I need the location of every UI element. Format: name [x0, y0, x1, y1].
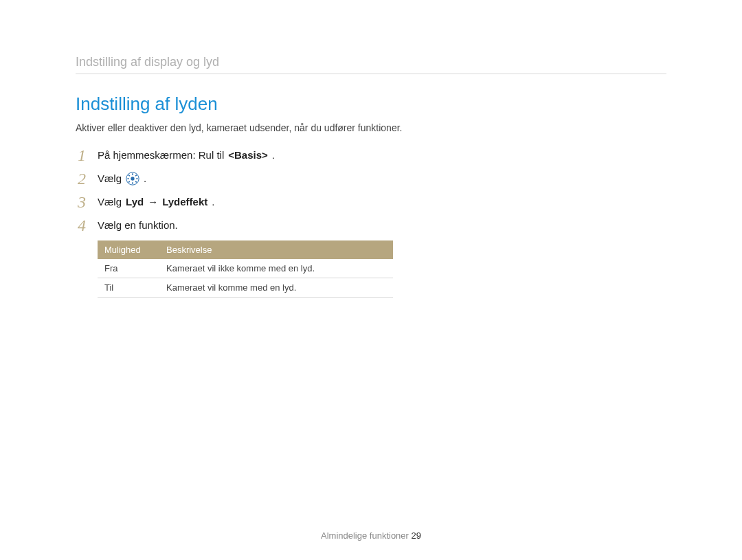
- page-number: 29: [412, 530, 421, 541]
- col-header-option: Mulighed: [98, 240, 159, 259]
- text: .: [144, 172, 146, 184]
- option-cell: Til: [98, 278, 159, 297]
- divider: [76, 74, 666, 74]
- table-row: Til Kameraet vil komme med en lyd.: [98, 278, 393, 297]
- text: Vælg: [98, 172, 122, 184]
- svg-rect-5: [136, 178, 138, 179]
- text: .: [212, 196, 214, 208]
- svg-rect-7: [135, 175, 137, 177]
- description-cell: Kameraet vil ikke komme med en lyd.: [159, 259, 393, 278]
- svg-rect-9: [135, 181, 137, 183]
- step-number: 3: [76, 194, 88, 210]
- table-header-row: Mulighed Beskrivelse: [98, 240, 393, 259]
- breadcrumb: Indstilling af display og lyd: [76, 55, 666, 69]
- svg-rect-2: [132, 173, 133, 175]
- page-footer: Almindelige funktioner 29: [0, 530, 742, 541]
- step-2: 2 Vælg: [76, 170, 405, 187]
- step-text: Vælg: [98, 172, 146, 186]
- text: Vælg: [98, 196, 122, 208]
- step-1: 1 På hjemmeskærmen: Rul til <Basis>.: [76, 147, 405, 164]
- step-number: 2: [76, 170, 88, 187]
- step-list: 1 På hjemmeskærmen: Rul til <Basis>. 2 V…: [76, 147, 405, 298]
- step-number: 1: [76, 147, 88, 164]
- settings-gear-icon: [126, 172, 139, 186]
- step-text: Vælg Lyd → Lydeffekt.: [98, 196, 214, 208]
- page-title: Indstilling af lyden: [76, 93, 666, 115]
- svg-rect-6: [128, 175, 131, 177]
- bold-lydeffekt: Lydeffekt: [162, 196, 207, 208]
- text: På hjemmeskærmen: Rul til: [98, 149, 224, 161]
- svg-point-1: [131, 177, 134, 180]
- step-number: 4: [76, 217, 88, 234]
- col-header-description: Beskrivelse: [159, 240, 393, 259]
- step-text: På hjemmeskærmen: Rul til <Basis>.: [98, 149, 275, 161]
- bold-lyd: Lyd: [126, 196, 144, 208]
- manual-page: Indstilling af display og lyd Indstillin…: [0, 0, 742, 560]
- options-table: Mulighed Beskrivelse Fra Kameraet vil ik…: [98, 240, 393, 298]
- table-row: Fra Kameraet vil ikke komme med en lyd.: [98, 259, 393, 278]
- bold-basis: <Basis>: [228, 149, 268, 161]
- intro-text: Aktiver eller deaktiver den lyd, kamerae…: [76, 122, 666, 135]
- step-text: Vælg en funktion.: [98, 219, 178, 231]
- svg-rect-8: [128, 181, 131, 183]
- footer-section: Almindelige funktioner: [321, 530, 412, 541]
- svg-rect-4: [127, 178, 129, 179]
- arrow: →: [148, 196, 158, 208]
- svg-rect-3: [132, 182, 133, 184]
- option-cell: Fra: [98, 259, 159, 278]
- step-4: 4 Vælg en funktion.: [76, 217, 405, 234]
- text: .: [272, 149, 275, 161]
- description-cell: Kameraet vil komme med en lyd.: [159, 278, 393, 297]
- step-3: 3 Vælg Lyd → Lydeffekt.: [76, 194, 405, 210]
